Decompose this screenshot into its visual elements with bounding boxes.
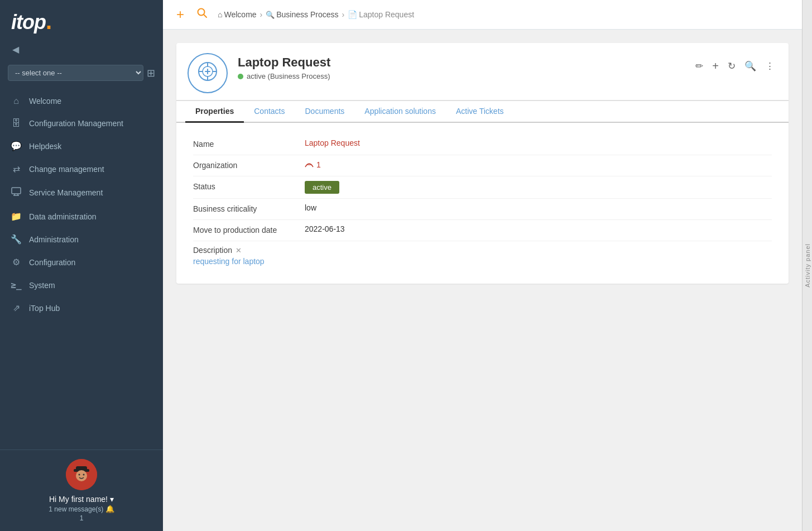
logo-area: itop. bbox=[0, 0, 163, 42]
sidebar-nav: ⌂ Welcome 🗄 Configuration Management 💬 H… bbox=[0, 87, 163, 449]
sidebar-item-config-management[interactable]: 🗄 Configuration Management bbox=[0, 112, 163, 135]
search-record-button[interactable]: 🔍 bbox=[742, 58, 759, 74]
sidebar-item-label: Administration bbox=[29, 235, 79, 244]
prop-name: Name Laptop Request bbox=[193, 134, 772, 155]
database-icon: 🗄 bbox=[10, 118, 22, 128]
document-icon: 📄 bbox=[348, 10, 357, 19]
sidebar-item-service-management[interactable]: Service Management bbox=[0, 180, 163, 205]
toolbar: + ⌂ Welcome › 🔍 Business Process › 📄 Lap… bbox=[163, 0, 802, 30]
svg-point-7 bbox=[76, 470, 87, 481]
tab-properties[interactable]: Properties bbox=[185, 101, 244, 123]
breadcrumb-home[interactable]: ⌂ Welcome bbox=[218, 10, 257, 19]
tab-active-tickets[interactable]: Active Tickets bbox=[446, 101, 514, 123]
main-content: + ⌂ Welcome › 🔍 Business Process › 📄 Lap… bbox=[163, 0, 802, 531]
edit-button[interactable]: ✏ bbox=[693, 58, 706, 74]
record-icon bbox=[188, 53, 228, 93]
sidebar-select-area: -- select one -- ⊞ bbox=[0, 63, 163, 87]
record-status: active (Business Process) bbox=[238, 72, 683, 80]
prop-prod-date-value: 2022-06-13 bbox=[305, 224, 772, 233]
prop-description-value: requesting for laptop bbox=[193, 257, 265, 266]
sidebar-collapse-button[interactable]: ◀ bbox=[7, 42, 25, 57]
tab-documents[interactable]: Documents bbox=[295, 101, 355, 123]
avatar bbox=[66, 459, 97, 490]
sidebar-item-itop-hub[interactable]: ⇗ iTop Hub bbox=[0, 296, 163, 319]
sidebar: itop. ◀ -- select one -- ⊞ ⌂ Welcome 🗄 C… bbox=[0, 0, 163, 531]
record-actions: ✏ + ↻ 🔍 ⋮ bbox=[693, 53, 777, 75]
terminal-icon: ≥_ bbox=[10, 280, 22, 290]
chat-icon: 💬 bbox=[10, 141, 22, 151]
tab-application-solutions[interactable]: Application solutions bbox=[354, 101, 446, 123]
sidebar-item-data-administration[interactable]: 📁 Data administration bbox=[0, 205, 163, 228]
activity-panel-sidebar[interactable]: Activity panel bbox=[802, 0, 812, 531]
prop-org-label: Organization bbox=[193, 160, 305, 170]
sidebar-item-label: Welcome bbox=[29, 97, 61, 106]
prop-criticality: Business criticality low bbox=[193, 199, 772, 220]
content-area: Laptop Request active (Business Process)… bbox=[163, 30, 802, 531]
share-icon: ⇗ bbox=[10, 303, 22, 313]
status-dot bbox=[238, 74, 243, 79]
prop-org-value[interactable]: 1 bbox=[305, 160, 772, 169]
sidebar-item-label: Data administration bbox=[29, 212, 97, 221]
sidebar-item-helpdesk[interactable]: 💬 Helpdesk bbox=[0, 135, 163, 157]
prop-criticality-label: Business criticality bbox=[193, 203, 305, 213]
user-greeting[interactable]: Hi My first name! ▾ bbox=[49, 495, 114, 504]
sidebar-item-administration[interactable]: 🔧 Administration bbox=[0, 228, 163, 251]
sidebar-item-welcome[interactable]: ⌂ Welcome bbox=[0, 90, 163, 112]
add-record-button[interactable]: + bbox=[709, 58, 722, 75]
prop-status-value: active bbox=[305, 181, 772, 194]
breadcrumb-sep-1: › bbox=[260, 10, 263, 19]
svg-rect-0 bbox=[12, 188, 21, 194]
record-tabs: Properties Contacts Documents Applicatio… bbox=[176, 101, 789, 123]
record-card: Laptop Request active (Business Process)… bbox=[176, 43, 789, 284]
prop-prod-date: Move to production date 2022-06-13 bbox=[193, 220, 772, 241]
sidebar-select[interactable]: -- select one -- bbox=[8, 65, 143, 81]
breadcrumb: ⌂ Welcome › 🔍 Business Process › 📄 Lapto… bbox=[218, 10, 414, 19]
svg-rect-6 bbox=[76, 466, 87, 471]
gear-icon: ⚙ bbox=[10, 257, 22, 267]
prop-prod-date-label: Move to production date bbox=[193, 224, 305, 235]
add-button[interactable]: + bbox=[174, 6, 186, 23]
sidebar-item-label: Helpdesk bbox=[29, 142, 61, 151]
search-button[interactable] bbox=[194, 6, 210, 23]
svg-point-8 bbox=[79, 474, 80, 476]
wrench-icon: 🔧 bbox=[10, 234, 22, 245]
sidebar-item-system[interactable]: ≥_ System bbox=[0, 274, 163, 296]
sidebar-item-label: Change management bbox=[29, 165, 104, 174]
description-edit-icon[interactable]: ✕ bbox=[236, 246, 242, 255]
sidebar-item-label: Configuration bbox=[29, 258, 75, 267]
svg-point-9 bbox=[83, 474, 85, 476]
sidebar-item-change-management[interactable]: ⇄ Change management bbox=[0, 157, 163, 180]
prop-name-value: Laptop Request bbox=[305, 138, 772, 147]
prop-name-label: Name bbox=[193, 138, 305, 149]
user-area: Hi My first name! ▾ 1 new message(s) 🔔 1 bbox=[0, 449, 163, 531]
breadcrumb-business-process[interactable]: 🔍 Business Process bbox=[266, 10, 338, 19]
record-title-area: Laptop Request active (Business Process) bbox=[238, 53, 683, 80]
record-header: Laptop Request active (Business Process)… bbox=[176, 43, 789, 101]
sidebar-item-label: System bbox=[29, 281, 55, 290]
prop-status-label: Status bbox=[193, 181, 305, 191]
sidebar-item-label: Configuration Management bbox=[29, 119, 123, 128]
dropdown-icon: ▾ bbox=[110, 495, 114, 504]
message-count: 1 bbox=[80, 514, 84, 522]
sidebar-item-configuration[interactable]: ⚙ Configuration bbox=[0, 251, 163, 274]
target-icon bbox=[197, 61, 218, 86]
breadcrumb-sep-2: › bbox=[342, 10, 345, 19]
more-button[interactable]: ⋮ bbox=[762, 58, 777, 74]
properties-section: Name Laptop Request Organization 1 bbox=[176, 123, 789, 284]
prop-criticality-value: low bbox=[305, 203, 772, 212]
breadcrumb-current: 📄 Laptop Request bbox=[348, 10, 414, 19]
user-messages: 1 new message(s) 🔔 bbox=[49, 505, 114, 513]
search-icon: 🔍 bbox=[266, 11, 275, 19]
notification-icon: 🔔 bbox=[105, 505, 114, 513]
tab-contacts[interactable]: Contacts bbox=[244, 101, 295, 123]
tree-icon[interactable]: ⊞ bbox=[147, 67, 155, 79]
home-icon: ⌂ bbox=[10, 96, 22, 106]
prop-description-label: Description ✕ bbox=[193, 246, 242, 255]
record-title: Laptop Request bbox=[238, 55, 683, 70]
change-icon: ⇄ bbox=[10, 164, 22, 174]
status-badge: active bbox=[305, 181, 339, 194]
folder-icon: 📁 bbox=[10, 211, 22, 222]
refresh-button[interactable]: ↻ bbox=[725, 58, 738, 74]
activity-panel-label: Activity panel bbox=[804, 243, 811, 288]
logo-text: itop. bbox=[11, 10, 51, 34]
